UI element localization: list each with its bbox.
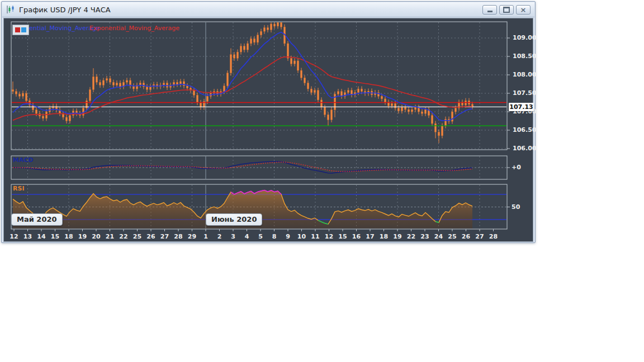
candlestick-chart-icon — [6, 5, 16, 14]
chart-window: График USD /JPY 4 ЧАСА × ential_Moving_A… — [1, 1, 536, 243]
minimize-icon — [487, 11, 493, 12]
window-title: График USD /JPY 4 ЧАСА — [19, 6, 482, 14]
restore-button[interactable] — [499, 5, 514, 15]
title-bar[interactable]: График USD /JPY 4 ЧАСА × — [2, 2, 534, 17]
minimize-button[interactable] — [482, 5, 497, 15]
close-button[interactable]: × — [516, 5, 531, 15]
restore-icon — [503, 7, 510, 13]
chart-client-area[interactable]: ential_Moving_Average Exponential_Moving… — [3, 18, 533, 242]
chart-canvas[interactable] — [4, 18, 533, 241]
